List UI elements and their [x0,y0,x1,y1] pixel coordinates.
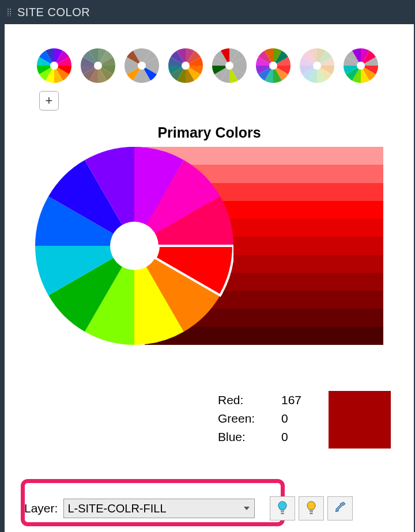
blue-label: Blue: [218,428,281,446]
svg-rect-12 [310,513,313,514]
panel-titlebar: SITE COLOR [0,0,415,24]
drag-grip-icon[interactable] [7,8,12,16]
palette-thumb-p3[interactable] [124,48,159,83]
svg-point-2 [138,62,146,70]
rgb-readout: Red: Green: Blue: 167 0 0 [5,391,391,449]
primary-colors-heading: Primary Colors [5,124,414,141]
panel-body: + Primary Colors Red: Green: Blue: 167 0… [5,24,414,532]
lightbulb-yellow-button[interactable] [299,496,324,520]
palette-thumb-p5[interactable] [212,48,247,83]
palette-thumb-bright[interactable] [344,48,378,83]
svg-point-1 [94,62,102,70]
palette-thumb-p4[interactable] [168,48,203,83]
eyedropper-button[interactable] [327,496,353,520]
chevron-down-icon [244,507,250,510]
svg-rect-10 [281,513,284,514]
green-label: Green: [218,409,281,428]
red-value: 167 [281,391,322,409]
layer-select-value: L-SITE-COLR-FILL [67,502,166,515]
color-picker [35,147,383,345]
palette-thumb-pastel[interactable] [300,48,334,83]
svg-rect-9 [281,510,284,512]
layer-label: Layer: [24,501,58,515]
svg-point-6 [313,62,321,70]
svg-point-7 [357,62,365,70]
palette-thumbnails [5,24,414,83]
svg-point-8 [110,222,159,270]
svg-point-0 [50,62,58,70]
lightbulb-cyan-button[interactable] [270,496,295,520]
layer-select[interactable]: L-SITE-COLR-FILL [63,499,255,518]
blue-value: 0 [281,428,322,446]
layer-row: Layer: L-SITE-COLR-FILL [21,496,353,520]
current-color-swatch [329,391,391,449]
add-palette-button[interactable]: + [39,91,59,111]
svg-point-4 [225,62,233,70]
color-wheel[interactable] [35,147,233,345]
green-value: 0 [281,409,322,428]
svg-point-5 [269,62,277,70]
panel-title: SITE COLOR [17,6,90,19]
palette-thumb-full[interactable] [37,48,71,83]
svg-rect-11 [310,510,313,512]
palette-thumb-muted[interactable] [81,48,115,83]
red-label: Red: [218,391,281,409]
palette-thumb-p6[interactable] [256,48,290,83]
svg-point-3 [182,62,190,70]
